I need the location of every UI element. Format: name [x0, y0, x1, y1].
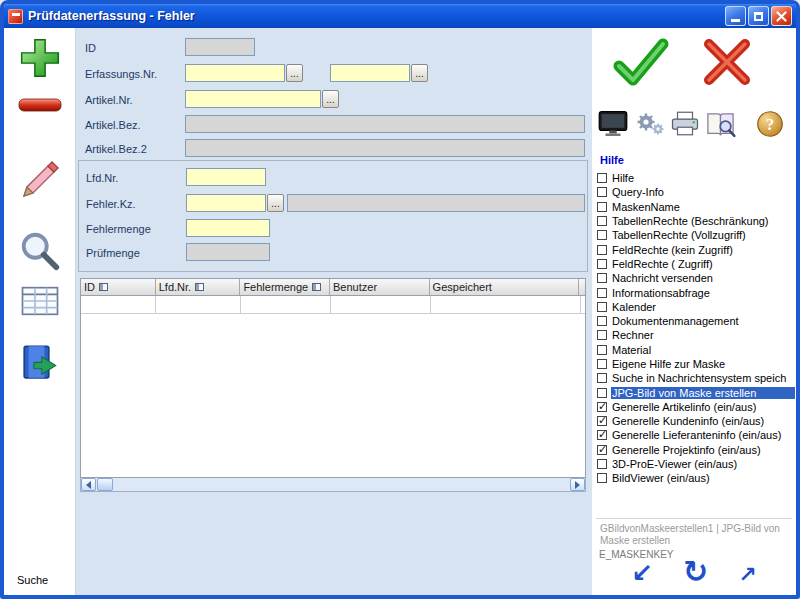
option-checkbox[interactable]: [597, 173, 607, 183]
help-option[interactable]: Rechner: [595, 328, 795, 342]
grid-cell: [431, 296, 581, 314]
scrollbar-thumb[interactable]: [97, 478, 113, 491]
exit-button[interactable]: [12, 342, 68, 382]
grid-column-header[interactable]: Gespeichert: [430, 279, 579, 295]
help-option[interactable]: TabellenRechte (Vollzugriff): [595, 228, 795, 242]
option-checkbox[interactable]: [597, 302, 607, 312]
option-checkbox[interactable]: [597, 259, 607, 269]
help-option[interactable]: Eigene Hilfe zur Maske: [595, 357, 795, 371]
help-option[interactable]: Kalender: [595, 300, 795, 314]
column-label: Lfd.Nr.: [159, 281, 191, 293]
app-window: Prüfdatenerfassung - Fehler: [0, 0, 800, 599]
help-option[interactable]: FeldRechte (kein Zugriff): [595, 242, 795, 256]
fehlermenge-field[interactable]: [186, 219, 270, 237]
navigation-arrows: [592, 558, 796, 591]
arrow-right-icon: [575, 481, 580, 489]
horizontal-scrollbar[interactable]: [80, 478, 586, 492]
document-search-button[interactable]: [704, 110, 737, 143]
option-checkbox[interactable]: [597, 359, 607, 369]
help-option[interactable]: MaskenName: [595, 200, 795, 214]
option-checkbox[interactable]: [597, 345, 607, 355]
maximize-button[interactable]: [748, 6, 769, 26]
scroll-left-button[interactable]: [81, 478, 96, 491]
x-cancel-icon: [698, 36, 756, 88]
grid-column-header[interactable]: Benutzer: [330, 279, 430, 295]
print-button[interactable]: [670, 110, 700, 141]
table-view-button[interactable]: [12, 284, 68, 318]
option-checkbox[interactable]: [597, 416, 607, 426]
help-option[interactable]: Generelle Lieferanteninfo (ein/aus): [595, 428, 795, 442]
artikelbez-label: Artikel.Bez.: [85, 119, 141, 131]
exit-book-icon: [19, 342, 61, 382]
option-checkbox[interactable]: [597, 473, 607, 483]
pruefmenge-label: Prüfmenge: [86, 247, 140, 259]
help-option[interactable]: TabellenRechte (Beschränkung): [595, 214, 795, 228]
help-option[interactable]: BildViewer (ein/aus): [595, 471, 795, 485]
settings-button[interactable]: [634, 110, 666, 142]
close-button[interactable]: [771, 6, 792, 26]
option-checkbox[interactable]: [597, 430, 607, 440]
fehlerkz-browse-button[interactable]: ...: [267, 194, 284, 212]
help-panel: ? Hilfe Hilfe Query-Info: [592, 28, 796, 595]
help-option[interactable]: Material: [595, 343, 795, 357]
help-option[interactable]: JPG-Bild von Maske erstellen: [595, 385, 795, 399]
grid-column-header[interactable]: Fehlermenge: [240, 279, 330, 295]
minimize-button[interactable]: [725, 6, 746, 26]
option-checkbox[interactable]: [597, 445, 607, 455]
delete-record-button[interactable]: [12, 94, 68, 116]
grid-row[interactable]: [81, 296, 585, 314]
help-option[interactable]: 3D-ProE-Viewer (ein/aus): [595, 457, 795, 471]
cancel-button[interactable]: [698, 36, 756, 92]
rotate-arrow-icon[interactable]: [683, 558, 708, 591]
help-button[interactable]: ?: [756, 110, 784, 142]
erfassungsnr-field[interactable]: [185, 64, 285, 82]
option-checkbox[interactable]: [597, 373, 607, 383]
option-checkbox[interactable]: [597, 330, 607, 340]
fehlerkz-field[interactable]: [186, 194, 266, 212]
help-option-label: Hilfe: [611, 172, 795, 184]
option-checkbox[interactable]: [597, 288, 607, 298]
option-checkbox[interactable]: [597, 402, 607, 412]
option-checkbox[interactable]: [597, 273, 607, 283]
artikelnr-field[interactable]: [185, 90, 321, 108]
help-option[interactable]: Nachricht versenden: [595, 271, 795, 285]
help-option[interactable]: Generelle Projektinfo (ein/aus): [595, 443, 795, 457]
option-checkbox[interactable]: [597, 459, 607, 469]
title-bar[interactable]: Prüfdatenerfassung - Fehler: [4, 4, 796, 28]
help-option[interactable]: Query-Info: [595, 185, 795, 199]
grid-column-header[interactable]: ID: [81, 279, 156, 295]
erfassungsnr2-field[interactable]: [330, 64, 410, 82]
option-checkbox[interactable]: [597, 388, 607, 398]
help-option[interactable]: Generelle Kundeninfo (ein/aus): [595, 414, 795, 428]
help-option[interactable]: Hilfe: [595, 171, 795, 185]
grid-column-header[interactable]: Lfd.Nr.: [156, 279, 241, 295]
scrollbar-track[interactable]: [113, 478, 570, 491]
artikelnr-browse-button[interactable]: ...: [322, 90, 339, 108]
edit-record-button[interactable]: [12, 156, 68, 204]
grid-column-header[interactable]: [579, 279, 585, 295]
option-checkbox[interactable]: [597, 230, 607, 240]
option-checkbox[interactable]: [597, 187, 607, 197]
help-option[interactable]: Informationsabfrage: [595, 285, 795, 299]
help-option[interactable]: Generelle Artikelinfo (ein/aus): [595, 400, 795, 414]
help-option[interactable]: FeldRechte ( Zugriff): [595, 257, 795, 271]
lfdnr-field[interactable]: [186, 168, 266, 186]
option-checkbox[interactable]: [597, 316, 607, 326]
option-checkbox[interactable]: [597, 216, 607, 226]
help-option[interactable]: Dokumentenmanagement: [595, 314, 795, 328]
arrow-down-left-icon[interactable]: [631, 559, 653, 591]
status-divider: [596, 518, 792, 519]
confirm-button[interactable]: [610, 36, 672, 92]
scroll-right-button[interactable]: [570, 478, 585, 491]
search-record-button[interactable]: [12, 228, 68, 274]
option-checkbox[interactable]: [597, 202, 607, 212]
add-record-button[interactable]: [12, 36, 68, 80]
erfassungsnr-browse-button[interactable]: ...: [286, 64, 303, 82]
help-option[interactable]: Suche in Nachrichtensystem speich: [595, 371, 795, 385]
erfassungsnr2-browse-button[interactable]: ...: [411, 64, 428, 82]
column-label: Fehlermenge: [243, 281, 308, 293]
option-checkbox[interactable]: [597, 245, 607, 255]
arrow-up-right-icon[interactable]: [738, 561, 756, 591]
sort-filter-icon: [312, 283, 321, 291]
screen-button[interactable]: [598, 110, 628, 141]
